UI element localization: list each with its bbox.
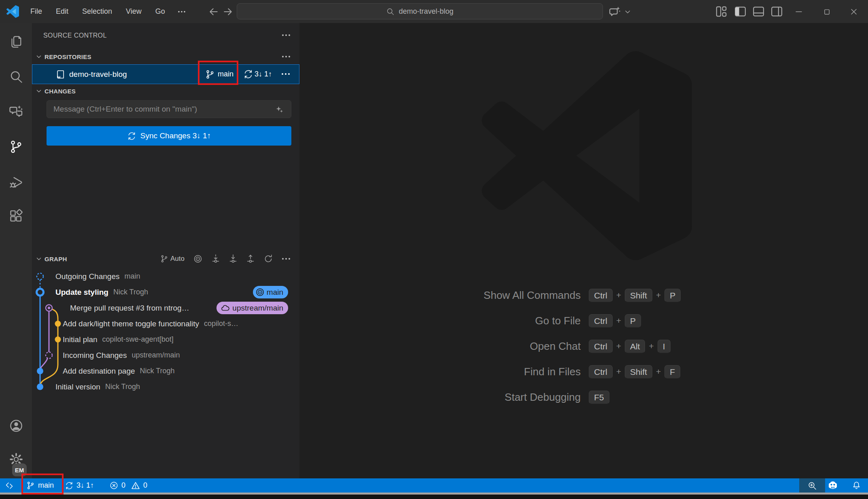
source-control-sidebar: SOURCE CONTROL REPOSITORIES demo- <box>32 23 299 478</box>
git-pull-icon[interactable] <box>229 254 238 264</box>
vscode-window: File Edit Selection View Go demo-travel-… <box>0 0 868 499</box>
source-control-more-actions-icon[interactable] <box>282 34 291 36</box>
graph-ref-picker[interactable]: Auto <box>160 254 185 263</box>
sidebar-title: SOURCE CONTROL <box>43 32 107 39</box>
repository-more-actions-icon[interactable] <box>281 73 290 75</box>
minimize-button[interactable] <box>791 4 806 19</box>
account-icon[interactable] <box>0 412 32 440</box>
vscode-logo-icon <box>6 5 19 18</box>
graph-row-theme-toggle[interactable]: Add dark/light theme toggle functionalit… <box>32 316 299 332</box>
git-fetch-icon[interactable] <box>211 254 220 264</box>
menu-selection[interactable]: Selection <box>75 5 119 18</box>
repo-sync-counts: 3↓ 1↑ <box>255 70 272 78</box>
customize-layout-icon[interactable] <box>714 4 728 19</box>
search-icon <box>386 7 395 16</box>
command-center-text: demo-travel-blog <box>399 7 453 16</box>
source-control-icon[interactable] <box>0 133 32 161</box>
editor-area: Show All Commands Ctrl + Shift + P Go to… <box>299 23 868 478</box>
cloud-icon <box>221 303 230 313</box>
close-button[interactable] <box>846 4 862 19</box>
repositories-section-header[interactable]: REPOSITORIES <box>32 51 299 62</box>
toggle-primary-sidebar-icon[interactable] <box>733 4 747 19</box>
sync-icon[interactable] <box>243 69 253 79</box>
command-center-search[interactable]: demo-travel-blog <box>237 3 603 19</box>
keycap: P <box>664 289 681 302</box>
watermark-shortcut-row: Show All Commands Ctrl + Shift + P <box>299 287 868 303</box>
title-bar: File Edit Selection View Go demo-travel-… <box>0 0 868 23</box>
repo-icon <box>55 69 66 80</box>
repository-row[interactable]: demo-travel-blog main 3↓ 1↑ <box>32 64 299 84</box>
graph-target-icon[interactable] <box>193 254 203 264</box>
statusbar-problems-item[interactable]: 0 0 <box>109 478 147 493</box>
maximize-button[interactable] <box>819 4 834 19</box>
status-bar: main 3↓ 1↑ 0 0 <box>0 478 868 493</box>
extensions-icon[interactable] <box>0 202 32 230</box>
graph-row-merge[interactable]: Merge pull request #3 from ntrog… upstre… <box>32 300 299 316</box>
chevron-down-icon <box>36 53 42 60</box>
git-branch-icon <box>160 254 169 263</box>
sync-icon <box>127 131 136 141</box>
activity-bar: EM <box>0 23 32 478</box>
menu-file[interactable]: File <box>23 5 49 18</box>
sync-changes-button[interactable]: Sync Changes 3↓ 1↑ <box>47 126 291 146</box>
menu-view[interactable]: View <box>119 5 149 18</box>
keycap: F5 <box>589 391 609 404</box>
toggle-secondary-sidebar-icon[interactable] <box>770 4 784 19</box>
graph-row-outgoing[interactable]: Outgoing Changes main <box>32 269 299 284</box>
chat-icon[interactable] <box>0 97 32 125</box>
repositories-more-actions-icon[interactable] <box>282 55 291 58</box>
git-branch-icon <box>26 481 35 490</box>
branch-badge-upstream-main[interactable]: upstream/main <box>216 302 288 314</box>
statusbar-sync-item[interactable]: 3↓ 1↑ <box>65 478 94 493</box>
graph-row-commit[interactable]: Update styling Nick Trogh main <box>32 284 299 300</box>
navigate-forward-icon[interactable] <box>222 6 234 18</box>
graph-row-initial-plan[interactable]: Initial plan copilot-swe-agent[bot] <box>32 332 299 347</box>
copilot-chat-icon[interactable] <box>608 5 622 19</box>
statusbar-branch-item[interactable]: main <box>26 478 54 493</box>
menu-go[interactable]: Go <box>149 5 172 18</box>
menu-more-icon[interactable] <box>172 8 191 16</box>
watermark-shortcut-row: Go to File Ctrl + P <box>299 313 868 329</box>
copilot-status-icon[interactable] <box>827 478 839 493</box>
run-debug-icon[interactable] <box>0 168 32 197</box>
git-branch-icon <box>205 69 215 80</box>
keycap: Ctrl <box>589 365 613 378</box>
generate-commit-message-sparkle-icon[interactable] <box>275 105 284 114</box>
warning-icon <box>131 481 140 491</box>
search-sidebar-icon[interactable] <box>0 63 32 91</box>
graph-more-actions-icon[interactable] <box>282 258 291 260</box>
graph-section-header[interactable]: GRAPH Auto <box>32 252 299 266</box>
graph-row-initial-version[interactable]: Initial version Nick Trogh <box>32 379 299 395</box>
notifications-bell-icon[interactable] <box>851 478 862 493</box>
statusbar-zoom-item[interactable] <box>799 478 825 493</box>
settings-profile-badge: EM <box>12 463 27 476</box>
changes-section-header[interactable]: CHANGES <box>32 85 299 97</box>
vscode-watermark-logo <box>482 51 692 261</box>
menu-edit[interactable]: Edit <box>49 5 75 18</box>
keycap: Ctrl <box>589 340 613 353</box>
zoom-in-icon <box>807 481 817 491</box>
toggle-panel-icon[interactable] <box>751 4 766 19</box>
menu-bar: File Edit Selection View Go <box>23 0 191 23</box>
commit-message-input[interactable] <box>47 100 291 118</box>
chevron-down-icon <box>36 256 42 262</box>
branch-badge-main[interactable]: main <box>253 286 288 298</box>
git-push-icon[interactable] <box>246 254 255 264</box>
sync-icon <box>65 481 74 490</box>
repo-branch-label[interactable]: main <box>218 70 233 78</box>
error-icon <box>109 481 119 490</box>
keycap: Shift <box>625 289 652 302</box>
graph-row-destination-page[interactable]: Add destination page Nick Trogh <box>32 363 299 379</box>
keycap: Ctrl <box>589 314 613 328</box>
repo-name: demo-travel-blog <box>69 70 127 79</box>
chevron-down-icon[interactable] <box>624 9 631 14</box>
keycap: Ctrl <box>589 289 613 302</box>
watermark-shortcut-row: Start Debugging F5 <box>299 389 868 405</box>
graph-row-incoming[interactable]: Incoming Changes upstream/main <box>32 347 299 363</box>
keycap: Shift <box>625 365 652 378</box>
explorer-icon[interactable] <box>0 27 32 56</box>
refresh-icon[interactable] <box>263 254 273 264</box>
navigate-back-icon[interactable] <box>208 6 220 18</box>
watermark-shortcut-row: Open Chat Ctrl + Alt + I <box>299 338 868 354</box>
remote-indicator-icon[interactable] <box>5 478 15 493</box>
